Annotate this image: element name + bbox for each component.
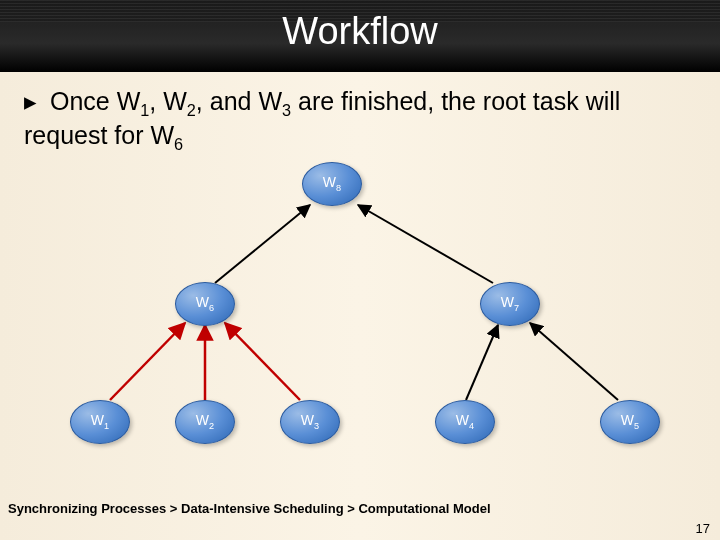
node-w5: W5	[600, 400, 660, 444]
edge-w5-w7	[530, 323, 618, 400]
node-prefix: W	[456, 412, 469, 428]
node-prefix: W	[196, 294, 209, 310]
node-label: W3	[301, 413, 319, 431]
node-label: W5	[621, 413, 639, 431]
node-prefix: W	[501, 294, 514, 310]
node-prefix: W	[91, 412, 104, 428]
node-sub: 2	[209, 421, 214, 431]
node-prefix: W	[323, 174, 336, 190]
node-sub: 6	[209, 303, 214, 313]
edge-w4-w7	[466, 325, 498, 400]
node-sub: 5	[634, 421, 639, 431]
node-w6: W6	[175, 282, 235, 326]
slide: Workflow ▸ Once W1, W2, and W3 are finis…	[0, 0, 720, 540]
breadcrumb: Synchronizing Processes > Data-Intensive…	[8, 501, 491, 516]
node-w3: W3	[280, 400, 340, 444]
node-label: W4	[456, 413, 474, 431]
node-sub: 1	[104, 421, 109, 431]
node-w1: W1	[70, 400, 130, 444]
node-w8: W8	[302, 162, 362, 206]
node-label: W8	[323, 175, 341, 193]
edge-w6-w8	[215, 205, 310, 283]
node-label: W2	[196, 413, 214, 431]
edge-w1-w6	[110, 323, 185, 400]
node-sub: 4	[469, 421, 474, 431]
node-label: W1	[91, 413, 109, 431]
node-sub: 3	[314, 421, 319, 431]
node-sub: 7	[514, 303, 519, 313]
node-prefix: W	[196, 412, 209, 428]
node-label: W6	[196, 295, 214, 313]
node-label: W7	[501, 295, 519, 313]
edge-w3-w6	[225, 323, 300, 400]
edge-w7-w8	[358, 205, 493, 283]
node-sub: 8	[336, 183, 341, 193]
page-number: 17	[696, 521, 710, 536]
node-w4: W4	[435, 400, 495, 444]
node-w7: W7	[480, 282, 540, 326]
edges-layer	[0, 0, 720, 540]
node-w2: W2	[175, 400, 235, 444]
node-prefix: W	[621, 412, 634, 428]
node-prefix: W	[301, 412, 314, 428]
